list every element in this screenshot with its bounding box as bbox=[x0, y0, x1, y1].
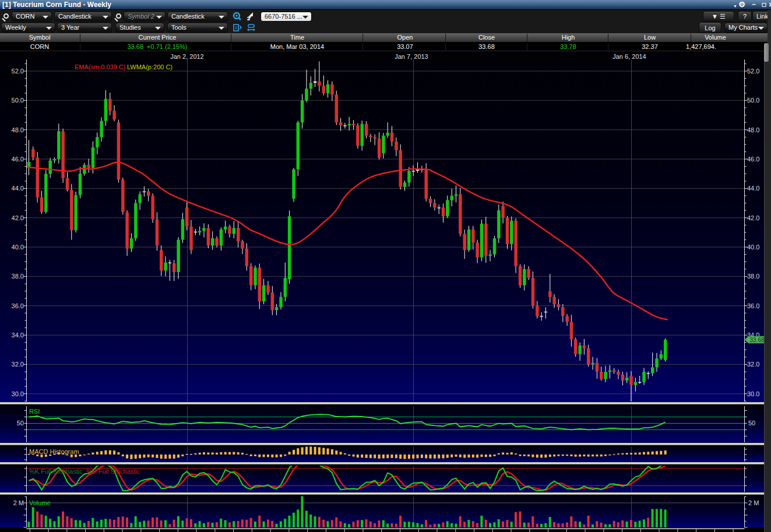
svg-text:Jan 2, 2012: Jan 2, 2012 bbox=[170, 53, 204, 60]
svg-text:36.0: 36.0 bbox=[747, 302, 759, 309]
svg-text:32.0: 32.0 bbox=[747, 361, 759, 368]
svg-text:42.0: 42.0 bbox=[12, 214, 24, 221]
svg-text:2 M: 2 M bbox=[748, 499, 759, 506]
svg-text:30.0: 30.0 bbox=[747, 390, 759, 397]
svg-text:38.0: 38.0 bbox=[747, 273, 759, 280]
svg-text:2 M: 2 M bbox=[13, 499, 24, 506]
svg-text:52.0: 52.0 bbox=[12, 68, 24, 75]
svg-text:52.0: 52.0 bbox=[747, 68, 759, 75]
svg-text:38.0: 38.0 bbox=[12, 273, 24, 280]
svg-text:48.0: 48.0 bbox=[747, 126, 759, 133]
svg-text:36.0: 36.0 bbox=[12, 302, 24, 309]
svg-text:40.0: 40.0 bbox=[747, 244, 759, 251]
svg-text:40.0: 40.0 bbox=[12, 244, 24, 251]
svg-text:LWMA(p:200 C): LWMA(p:200 C) bbox=[127, 64, 172, 71]
svg-text:Jan 7, 2013: Jan 7, 2013 bbox=[395, 53, 428, 60]
svg-text:RSI: RSI bbox=[29, 408, 40, 415]
svg-text:33.68: 33.68 bbox=[750, 337, 765, 343]
svg-text:32.0: 32.0 bbox=[12, 361, 24, 368]
svg-text:MACD Histogram: MACD Histogram bbox=[29, 448, 79, 455]
svg-text:EMA(sm:0.039 C): EMA(sm:0.039 C) bbox=[75, 64, 125, 71]
svg-text:48.0: 48.0 bbox=[12, 126, 24, 133]
svg-text:46.0: 46.0 bbox=[12, 156, 24, 163]
svg-text:%D Full Stochastic: %D Full Stochastic bbox=[86, 468, 140, 475]
svg-text:34.0: 34.0 bbox=[12, 332, 24, 339]
svg-text:44.0: 44.0 bbox=[747, 185, 759, 192]
svg-text:Jan 6, 2014: Jan 6, 2014 bbox=[612, 53, 646, 60]
svg-text:30.0: 30.0 bbox=[12, 390, 24, 397]
svg-text:50: 50 bbox=[17, 420, 24, 427]
svg-text:46.0: 46.0 bbox=[747, 156, 759, 163]
svg-text:50: 50 bbox=[748, 420, 755, 427]
svg-text:42.0: 42.0 bbox=[747, 214, 759, 221]
svg-text:50.0: 50.0 bbox=[12, 97, 24, 104]
svg-text:44.0: 44.0 bbox=[12, 185, 24, 192]
svg-text:Volume: Volume bbox=[29, 499, 51, 506]
svg-text:50.0: 50.0 bbox=[747, 97, 759, 104]
svg-text:%K Full Stochastic: %K Full Stochastic bbox=[29, 468, 83, 475]
